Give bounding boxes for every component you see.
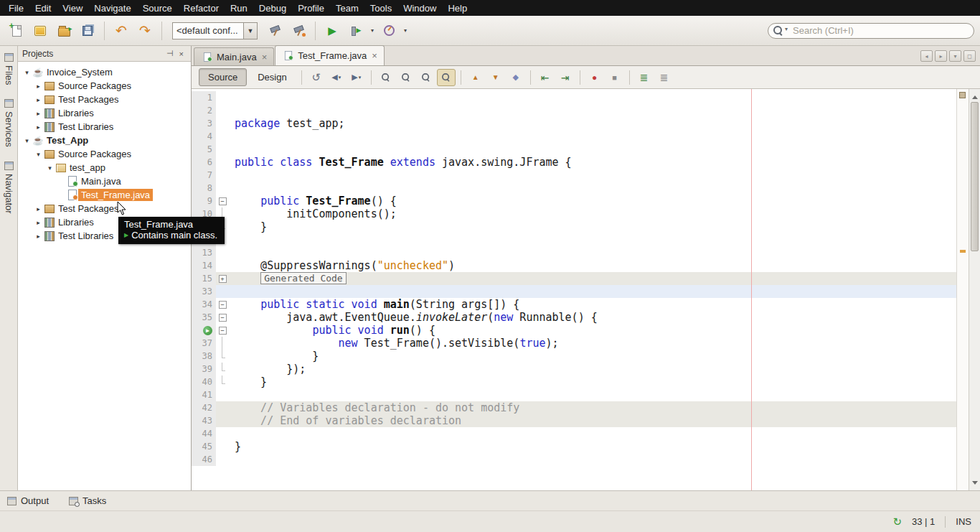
fold-margin[interactable] (216, 440, 229, 453)
undo-button[interactable] (110, 20, 132, 42)
shift-left-button[interactable] (536, 69, 555, 86)
toggle-highlight-button[interactable] (437, 69, 456, 86)
tab-test-frame-java[interactable]: Test_Frame.java (275, 45, 385, 65)
error-stripe-mark[interactable] (960, 250, 966, 253)
source-view-button[interactable]: Source (199, 68, 247, 86)
maximize-window-icon[interactable] (963, 50, 976, 62)
tab-list-dropdown-icon[interactable] (949, 50, 961, 62)
fold-margin[interactable] (216, 285, 229, 298)
menu-item-profile[interactable]: Profile (292, 1, 330, 16)
tree-item-source-packages[interactable]: ▾Source Packages (18, 147, 191, 161)
open-project-button[interactable] (53, 20, 75, 42)
fold-margin[interactable] (216, 246, 229, 259)
uncomment-button[interactable] (655, 69, 674, 86)
rail-item-files[interactable]: Files (4, 53, 14, 85)
tab-main-java[interactable]: Main.java (194, 47, 274, 65)
scrollbar-thumb[interactable] (971, 102, 979, 251)
fold-margin[interactable] (216, 117, 229, 130)
tasks-button[interactable]: Tasks (69, 495, 106, 506)
previous-bookmark-button[interactable] (466, 69, 485, 86)
fold-margin[interactable]: − (216, 311, 229, 324)
rail-item-navigator[interactable]: Navigator (4, 162, 14, 214)
save-all-button[interactable] (77, 20, 98, 42)
menu-item-file[interactable]: File (3, 1, 29, 16)
tree-item-main-java[interactable]: Main.java (18, 174, 191, 188)
chevron-down-icon[interactable] (244, 22, 258, 39)
next-breakpoint-button[interactable] (585, 69, 604, 86)
next-bookmark-button[interactable] (486, 69, 505, 86)
redo-button[interactable] (134, 20, 156, 42)
search-dropdown-icon[interactable] (785, 26, 788, 32)
line-number[interactable]: 45 (192, 440, 216, 453)
scroll-up-icon[interactable] (969, 90, 980, 101)
expander-icon[interactable]: ▸ (34, 96, 43, 103)
search-input[interactable] (768, 23, 974, 39)
minimize-panel-icon[interactable] (164, 49, 176, 58)
shift-right-button[interactable] (556, 69, 575, 86)
tree-item-test-libraries[interactable]: ▸Test Libraries (18, 120, 191, 134)
debug-dropdown-icon[interactable] (369, 20, 376, 42)
back-button[interactable] (327, 69, 346, 86)
line-number[interactable]: 42 (192, 401, 216, 414)
fold-margin[interactable] (216, 363, 229, 375)
scroll-down-icon[interactable] (969, 478, 980, 490)
menu-item-edit[interactable]: Edit (29, 1, 57, 16)
close-icon[interactable] (262, 52, 268, 62)
last-edit-position-button[interactable] (307, 69, 326, 86)
fold-margin[interactable] (216, 91, 229, 104)
clean-and-build-button[interactable] (288, 20, 309, 42)
fold-margin[interactable] (216, 182, 229, 195)
tree-item-source-packages[interactable]: ▸Source Packages (18, 79, 191, 93)
fold-margin[interactable] (216, 375, 229, 388)
fold-margin[interactable] (216, 401, 229, 414)
tree-item-test-frame-java[interactable]: Test_Frame.java (18, 188, 191, 202)
expander-icon[interactable]: ▸ (34, 110, 43, 117)
design-view-button[interactable]: Design (248, 68, 296, 86)
run-main-badge-icon[interactable]: ▶ (203, 326, 212, 335)
menu-item-source[interactable]: Source (137, 1, 178, 16)
fold-margin[interactable] (216, 143, 229, 156)
line-number[interactable]: 14 (192, 259, 216, 272)
profile-project-button[interactable] (378, 20, 400, 42)
expander-icon[interactable]: ▸ (34, 123, 43, 131)
refresh-status-icon[interactable] (892, 515, 902, 528)
fold-margin[interactable]: + (216, 272, 229, 285)
find-next-button[interactable] (417, 69, 435, 86)
fold-margin[interactable] (216, 350, 229, 363)
line-number[interactable]: 15 (192, 272, 216, 285)
line-number[interactable]: 43 (192, 414, 216, 427)
tree-item-libraries[interactable]: ▸Libraries (18, 106, 191, 120)
expander-icon[interactable]: ▸ (34, 233, 43, 240)
menu-item-refactor[interactable]: Refactor (178, 1, 225, 16)
fold-margin[interactable] (216, 259, 229, 272)
comment-button[interactable] (635, 69, 654, 86)
expander-icon[interactable]: ▾ (22, 69, 32, 76)
error-stripe[interactable] (956, 89, 969, 490)
tree-item-test-packages[interactable]: ▸Test Packages (18, 93, 191, 106)
line-number[interactable]: 1 (192, 91, 216, 104)
line-number[interactable]: ▶ (192, 324, 216, 337)
fold-collapse-icon[interactable]: − (219, 314, 227, 322)
tree-item-test-packages[interactable]: ▸Test Packages (18, 202, 191, 215)
fold-margin[interactable] (216, 453, 229, 466)
new-project-button[interactable] (29, 20, 51, 42)
close-icon[interactable] (372, 50, 377, 61)
find-previous-button[interactable] (397, 69, 415, 86)
editor-scrollbar[interactable] (969, 89, 980, 490)
fold-margin[interactable]: − (216, 195, 229, 207)
build-project-button[interactable] (264, 20, 286, 42)
menu-item-tools[interactable]: Tools (364, 1, 397, 16)
fold-margin[interactable] (216, 169, 229, 182)
menu-item-run[interactable]: Run (225, 1, 253, 16)
fold-margin[interactable] (216, 337, 229, 350)
line-number[interactable]: 5 (192, 143, 216, 156)
expander-icon[interactable]: ▾ (22, 137, 32, 144)
fold-margin[interactable] (216, 414, 229, 427)
fold-margin[interactable] (216, 104, 229, 117)
line-number[interactable]: 41 (192, 388, 216, 401)
line-number[interactable]: 9 (192, 195, 216, 207)
forward-button[interactable] (347, 69, 366, 86)
toggle-bookmark-button[interactable] (507, 69, 525, 86)
expander-icon[interactable]: ▾ (45, 164, 55, 172)
line-number[interactable]: 2 (192, 104, 216, 117)
